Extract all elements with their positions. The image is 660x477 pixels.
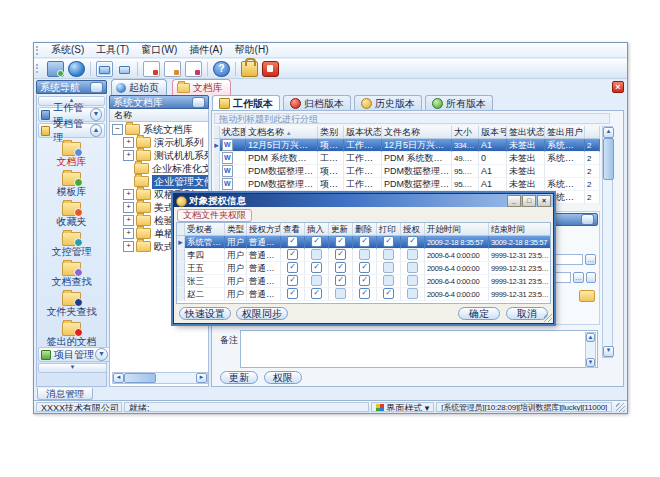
minimize-icon[interactable]: _ bbox=[507, 195, 521, 207]
scroll-left-icon[interactable]: ◄ bbox=[113, 373, 124, 383]
shutdown-icon[interactable] bbox=[262, 61, 279, 77]
doc-mail-icon[interactable] bbox=[143, 61, 160, 77]
sidebar-item[interactable]: 签出的文档 bbox=[37, 319, 106, 349]
folder-open-icon[interactable] bbox=[579, 290, 595, 302]
main-vscrollbar[interactable]: ▲ ▼ bbox=[602, 126, 613, 358]
lock-icon[interactable] bbox=[241, 61, 258, 77]
column-header[interactable]: 删除 bbox=[353, 223, 377, 236]
permission-checkbox[interactable] bbox=[359, 236, 370, 247]
close-icon[interactable]: × bbox=[537, 195, 551, 207]
permission-checkbox[interactable] bbox=[335, 236, 346, 247]
expander-minus-icon[interactable]: − bbox=[112, 124, 123, 135]
sidebar-scroll-down[interactable]: ▼ bbox=[38, 363, 107, 373]
group-by-bar[interactable]: 拖动列标题到此进行分组 bbox=[214, 113, 610, 124]
permission-checkbox[interactable] bbox=[335, 249, 346, 260]
tree-node[interactable]: +演示机系列 bbox=[112, 136, 208, 149]
column-header[interactable]: 授权 bbox=[401, 223, 425, 236]
scroll-down-icon[interactable]: ▼ bbox=[586, 358, 595, 367]
column-header[interactable]: 文档名称 ▲ bbox=[246, 126, 318, 139]
permission-row[interactable]: ▸系统管理员用户普通授权2009-2-18 8:35:573009-2-18 8… bbox=[177, 236, 550, 249]
tree-node[interactable]: 企业标准化文件 bbox=[112, 162, 208, 175]
expander-plus-icon[interactable]: + bbox=[123, 228, 134, 239]
expander-plus-icon[interactable]: + bbox=[123, 202, 134, 213]
doc-checkout-icon[interactable] bbox=[164, 61, 181, 77]
permission-row[interactable]: 李四用户普通授权2009-6-4 0:00:009999-12-31 23:59… bbox=[177, 249, 550, 262]
message-manager-tab[interactable]: 消息管理 bbox=[37, 388, 93, 400]
ok-button[interactable]: 确定 bbox=[458, 307, 500, 320]
table-row[interactable]: ▸12月5日万兴隆同行项目文档工作版本12月5日万兴隆同行334.00KBA1未… bbox=[214, 139, 602, 152]
detail-button[interactable] bbox=[586, 272, 596, 283]
permission-checkbox[interactable] bbox=[287, 262, 298, 273]
menu-item-2[interactable]: 窗口(W) bbox=[135, 44, 183, 55]
sidebar-item[interactable]: 文控管理 bbox=[37, 229, 106, 259]
toolbar-grip[interactable] bbox=[36, 64, 41, 73]
column-header[interactable]: 签出用户 bbox=[545, 126, 585, 139]
permission-button[interactable]: 权限 bbox=[264, 371, 302, 384]
permission-checkbox[interactable] bbox=[311, 249, 322, 260]
statusbar-resize-grip[interactable] bbox=[616, 403, 625, 412]
sidebar-group-docs[interactable]: 文档管理 ▲ bbox=[38, 123, 105, 138]
sidebar-pin-button[interactable] bbox=[90, 82, 103, 93]
tab-folder-permission[interactable]: 文档文件夹权限 bbox=[177, 209, 252, 222]
column-header[interactable]: 打印 bbox=[377, 223, 401, 236]
scroll-down-icon[interactable]: ▼ bbox=[603, 346, 614, 357]
permission-checkbox[interactable] bbox=[311, 236, 322, 247]
expander-plus-icon[interactable]: + bbox=[123, 189, 134, 200]
permission-checkbox[interactable] bbox=[383, 275, 394, 286]
remark-textarea[interactable]: ▲ ▼ bbox=[240, 330, 598, 368]
column-header[interactable] bbox=[177, 223, 185, 236]
table-row[interactable]: PDM 系统数据整理检工艺文档工作版本PDM 系统数据整理49.50KB0未签出… bbox=[214, 152, 602, 165]
close-icon[interactable]: × bbox=[612, 81, 624, 93]
permission-checkbox[interactable] bbox=[359, 262, 370, 273]
scroll-thumb[interactable] bbox=[124, 373, 156, 383]
expander-plus-icon[interactable]: + bbox=[123, 150, 134, 161]
globe-icon[interactable] bbox=[68, 61, 85, 77]
tree-column-header[interactable]: 名称 bbox=[110, 109, 208, 122]
maximize-icon[interactable]: □ bbox=[522, 195, 536, 207]
column-header[interactable]: 版本号 bbox=[479, 126, 507, 139]
scroll-up-icon[interactable]: ▲ bbox=[586, 333, 595, 342]
permission-checkbox[interactable] bbox=[407, 249, 418, 260]
permission-checkbox[interactable] bbox=[359, 249, 370, 260]
column-header[interactable]: 大小 bbox=[452, 126, 479, 139]
ui-style-dropdown[interactable]: 界面样式 ▾ bbox=[371, 402, 434, 412]
permission-checkbox[interactable] bbox=[287, 288, 298, 299]
permission-checkbox[interactable] bbox=[407, 288, 418, 299]
menu-item-3[interactable]: 插件(A) bbox=[183, 44, 228, 55]
column-header[interactable]: 开始时间 bbox=[425, 223, 489, 236]
permission-checkbox[interactable] bbox=[287, 236, 298, 247]
column-header[interactable]: 类别 bbox=[318, 126, 344, 139]
computer-sync-icon[interactable] bbox=[47, 61, 64, 77]
permission-row[interactable]: 王五用户普通授权2009-6-4 0:00:009999-12-31 23:59… bbox=[177, 262, 550, 275]
sidebar-group-project[interactable]: 项目管理 ▼ bbox=[38, 347, 111, 362]
permission-checkbox[interactable] bbox=[407, 275, 418, 286]
column-header[interactable] bbox=[585, 126, 600, 139]
dialog-resize-grip[interactable] bbox=[544, 314, 552, 322]
version-tab-0[interactable]: 工作版本 bbox=[212, 95, 280, 111]
column-header[interactable]: 结束时间 bbox=[489, 223, 551, 236]
permission-checkbox[interactable] bbox=[335, 262, 346, 273]
sidebar-item[interactable]: 文档查找 bbox=[37, 259, 106, 289]
permission-checkbox[interactable] bbox=[359, 275, 370, 286]
remark-scrollbar[interactable]: ▲ ▼ bbox=[585, 332, 596, 368]
permission-checkbox[interactable] bbox=[383, 288, 394, 299]
sidebar-item[interactable]: 文件夹查找 bbox=[37, 289, 106, 319]
tree-node-root[interactable]: −系统文档库 bbox=[112, 123, 208, 136]
table-row[interactable]: PDM数据整理方案.doc项目文档工作版本PDM数据整理方案.doc95.00K… bbox=[214, 165, 602, 178]
scroll-right-icon[interactable]: ► bbox=[196, 373, 207, 383]
expander-plus-icon[interactable]: + bbox=[123, 137, 134, 148]
menu-item-4[interactable]: 帮助(H) bbox=[229, 44, 275, 55]
chevron-down-icon[interactable]: ▼ bbox=[90, 108, 102, 121]
permission-checkbox[interactable] bbox=[335, 275, 346, 286]
column-header[interactable]: 查看 bbox=[281, 223, 305, 236]
doc-checkin-icon[interactable] bbox=[185, 61, 202, 77]
scroll-thumb[interactable] bbox=[603, 138, 614, 180]
version-tab-1[interactable]: 归档版本 bbox=[283, 95, 351, 111]
column-header[interactable]: 更新 bbox=[329, 223, 353, 236]
menu-item-1[interactable]: 工具(T) bbox=[90, 44, 135, 55]
tree-node[interactable]: 企业管理文件 bbox=[112, 175, 208, 188]
permission-checkbox[interactable] bbox=[383, 262, 394, 273]
dialog-titlebar[interactable]: 对象授权信息 _ □ × bbox=[174, 194, 553, 207]
permission-checkbox[interactable] bbox=[311, 288, 322, 299]
ellipsis-button[interactable]: … bbox=[585, 254, 596, 265]
